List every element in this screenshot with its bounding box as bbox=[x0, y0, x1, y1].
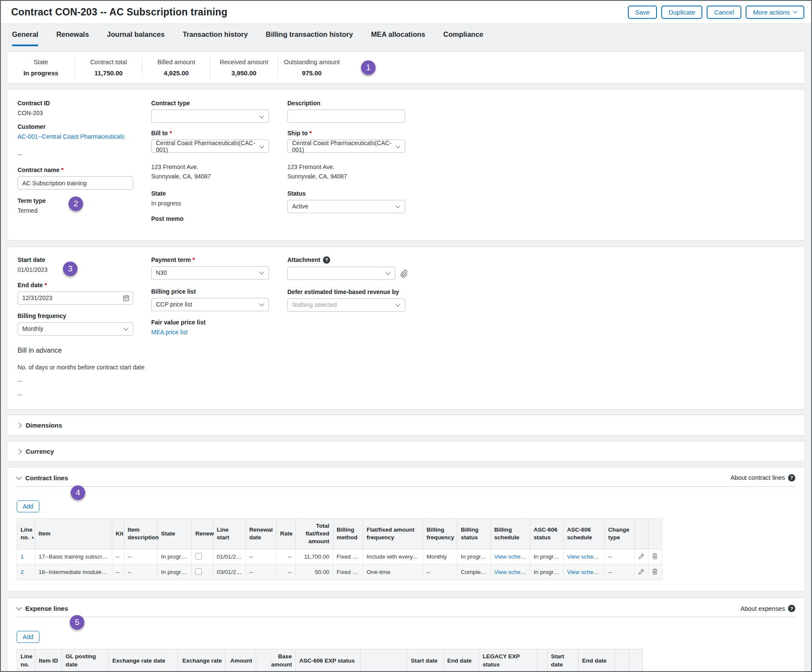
tab-renewals[interactable]: Renewals bbox=[56, 30, 89, 46]
mea-price-list-link[interactable]: MEA price list bbox=[151, 329, 188, 336]
more-actions-button[interactable]: More actions bbox=[746, 6, 804, 19]
column-header-billing-status[interactable]: Billing status bbox=[457, 518, 491, 549]
cancel-button[interactable]: Cancel bbox=[707, 6, 741, 19]
bill-to-value: Central Coast Pharmaceuticals(CAC-001) bbox=[156, 140, 260, 153]
table-cell: Fixed price bbox=[333, 565, 363, 580]
column-header-kit[interactable]: Kit bbox=[112, 518, 124, 549]
paperclip-icon[interactable] bbox=[400, 269, 408, 277]
column-header-flat-fixed-amount-frequency[interactable]: Flat/fixed amount frequency bbox=[363, 518, 423, 549]
attachment-select[interactable] bbox=[287, 267, 395, 280]
add-contract-line-button[interactable]: Add bbox=[17, 500, 39, 512]
view-billing-schedule-link[interactable]: View schedule bbox=[494, 569, 530, 575]
column-header-asc-606-exp-status[interactable]: ASC-606 EXP status bbox=[296, 649, 361, 672]
help-icon[interactable]: ? bbox=[323, 256, 330, 264]
summary-item-state: StateIn progress bbox=[7, 57, 75, 78]
billing-frequency-select[interactable]: Monthly bbox=[18, 322, 133, 336]
tab-general[interactable]: General bbox=[12, 30, 38, 46]
table-cell bbox=[648, 549, 662, 565]
view-asc606-schedule-link[interactable]: View schedule 1 bbox=[567, 569, 605, 575]
chevron-down-icon bbox=[16, 474, 22, 480]
bill-to-select[interactable]: Central Coast Pharmaceuticals(CAC-001) bbox=[151, 140, 269, 153]
summary-value: 4,925.00 bbox=[143, 69, 210, 77]
contract-type-select[interactable] bbox=[151, 110, 269, 123]
expense-lines-toggle[interactable]: Expense lines bbox=[17, 605, 68, 612]
column-header-total-flat-fixed-amount[interactable]: Total flat/fixed amount bbox=[296, 518, 333, 549]
save-button[interactable]: Save bbox=[628, 6, 657, 19]
column-header-exchange-rate-date[interactable]: Exchange rate date bbox=[109, 649, 178, 672]
contract-lines-header: Contract lines About contract lines ? bbox=[17, 473, 795, 487]
contract-lines-toggle[interactable]: Contract lines bbox=[17, 474, 68, 482]
column-header-base-amount[interactable]: Base amount bbox=[256, 649, 296, 672]
help-icon[interactable]: ? bbox=[788, 474, 795, 482]
renew-checkbox[interactable] bbox=[195, 553, 202, 559]
column-header-billing-method[interactable]: Billing method bbox=[333, 518, 363, 549]
pencil-icon[interactable] bbox=[638, 568, 645, 575]
line-number-link[interactable]: 1 bbox=[21, 553, 24, 560]
payment-term-select[interactable]: N30 bbox=[151, 266, 269, 280]
summary-item-contract-total: Contract total11,750.00 bbox=[75, 57, 143, 78]
column-header-billing-frequency[interactable]: Billing frequency bbox=[423, 518, 457, 549]
summary-label: Billed amount bbox=[143, 59, 210, 65]
billing-price-list-select[interactable]: CCP price list bbox=[151, 298, 269, 311]
details-column-1: Contract ID CON-203 Customer AC-001--Cen… bbox=[18, 100, 151, 229]
ship-to-select[interactable]: Central Coast Pharmaceuticals(CAC-001) bbox=[287, 140, 405, 153]
column-header-line-no[interactable]: Line no. bbox=[17, 649, 35, 672]
defer-revenue-select[interactable]: Nothing selected bbox=[287, 298, 405, 312]
column-header-end-date[interactable]: End date bbox=[444, 649, 479, 672]
column-header-asc-606-status[interactable]: ASC-606 status bbox=[530, 518, 564, 549]
column-header-actions bbox=[615, 649, 629, 672]
view-billing-schedule-link[interactable]: View schedule bbox=[494, 553, 530, 560]
tab-billing-transaction-history[interactable]: Billing transaction history bbox=[266, 30, 353, 46]
dimensions-section[interactable]: Dimensions bbox=[7, 415, 805, 436]
table-cell: In progress bbox=[158, 549, 192, 565]
customer-link[interactable]: AC-001--Central Coast Pharmaceuticals bbox=[18, 133, 125, 140]
pencil-icon[interactable] bbox=[638, 553, 645, 559]
column-header-actions bbox=[361, 649, 407, 672]
start-date-value: 01/01/2023 bbox=[18, 266, 151, 273]
column-header-asc-606-schedule[interactable]: ASC-606 schedule bbox=[564, 518, 605, 549]
view-asc606-schedule-link[interactable]: View schedule 1 bbox=[567, 553, 605, 560]
column-header-end-date[interactable]: End date bbox=[579, 649, 615, 672]
status-select[interactable]: Active bbox=[287, 200, 405, 213]
tab-transaction-history[interactable]: Transaction history bbox=[182, 30, 248, 46]
help-icon[interactable]: ? bbox=[788, 605, 795, 612]
summary-item-billed-amount: Billed amount4,925.00 bbox=[143, 57, 210, 78]
column-header-billing-schedule[interactable]: Billing schedule bbox=[491, 518, 530, 549]
trash-icon[interactable] bbox=[652, 568, 658, 575]
column-header-line-start[interactable]: Line start bbox=[213, 518, 246, 549]
cell-text: -- bbox=[128, 553, 131, 560]
tab-compliance[interactable]: Compliance bbox=[443, 30, 484, 46]
table-cell: -- bbox=[605, 549, 635, 565]
trash-icon[interactable] bbox=[652, 553, 658, 559]
renew-checkbox[interactable] bbox=[195, 568, 202, 575]
end-date-input[interactable] bbox=[18, 291, 133, 305]
column-header-change-type[interactable]: Change type bbox=[605, 518, 635, 549]
column-header-item[interactable]: Item bbox=[35, 518, 112, 549]
column-header-item-id[interactable]: Item ID bbox=[35, 649, 62, 672]
column-header-exchange-rate[interactable]: Exchange rate bbox=[178, 649, 225, 672]
column-header-start-date[interactable]: Start date bbox=[407, 649, 444, 672]
column-header-item-description[interactable]: Item description bbox=[124, 518, 158, 549]
description-input[interactable] bbox=[287, 110, 405, 123]
table-cell: -- bbox=[124, 549, 158, 565]
column-header-renewal-date[interactable]: Renewal date bbox=[246, 518, 277, 549]
tab-journal-balances[interactable]: Journal balances bbox=[107, 30, 165, 46]
currency-section[interactable]: Currency bbox=[7, 441, 805, 462]
contract-name-input[interactable] bbox=[18, 176, 133, 190]
column-header-rate[interactable]: Rate bbox=[277, 518, 296, 549]
contract-details-section: 2 Contract ID CON-203 Customer AC-001--C… bbox=[7, 89, 805, 241]
duplicate-button[interactable]: Duplicate bbox=[661, 6, 703, 19]
column-header-amount[interactable]: Amount bbox=[225, 649, 256, 672]
column-header-state[interactable]: State bbox=[158, 518, 192, 549]
column-header-renew[interactable]: Renew bbox=[192, 518, 213, 549]
column-header-line-no[interactable]: Line no.▲ bbox=[17, 518, 35, 549]
line-number-link[interactable]: 2 bbox=[21, 569, 24, 575]
column-header-gl-posting-date[interactable]: GL posting date bbox=[62, 649, 109, 672]
add-expense-line-button[interactable]: Add bbox=[17, 631, 39, 643]
column-header-start-date[interactable]: Start date bbox=[547, 649, 579, 672]
status-value: Active bbox=[292, 203, 308, 210]
column-header-legacy-exp-status[interactable]: LEGACY EXP status bbox=[479, 649, 537, 672]
chevron-down-icon bbox=[385, 270, 390, 275]
tab-mea-allocations[interactable]: MEA allocations bbox=[371, 30, 425, 46]
calendar-icon[interactable] bbox=[123, 295, 129, 301]
